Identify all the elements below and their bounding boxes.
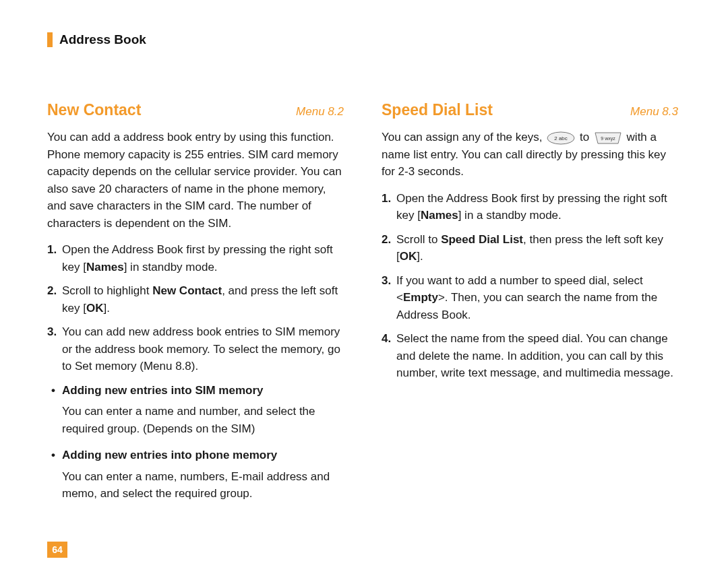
step-item: 3. You can add new address book entries … (47, 323, 344, 375)
step-item: 4. Select the name from the speed dial. … (382, 330, 678, 382)
menu-label: Menu 8.2 (296, 105, 344, 119)
step-text: ] in a standby mode. (458, 209, 562, 222)
steps-list: 1. Open the Address Book first by pressi… (382, 190, 678, 382)
section-header: Address Book (47, 32, 688, 47)
intro-paragraph: You can assign any of the keys, 2 abc to… (382, 129, 678, 181)
sub-bullet: • Adding new entries into phone memory (47, 447, 344, 464)
key-9-icon: 9 wxyz (594, 131, 622, 145)
intro-text: You can assign any of the keys, (382, 131, 545, 143)
sub-heading: Adding new entries into phone memory (62, 449, 277, 461)
step-number: 4. (382, 330, 391, 348)
step-text: ]. (417, 250, 423, 263)
steps-list: 1. Open the Address Book first by pressi… (47, 241, 344, 375)
header-accent-bar (47, 32, 53, 47)
step-number: 1. (382, 190, 391, 207)
intro-paragraph: You can add a address book entry by usin… (47, 129, 344, 232)
step-text: You can add new address book entries to … (62, 325, 340, 373)
step-item: 1. Open the Address Book first by pressi… (382, 190, 678, 224)
step-text: ] in standby mode. (124, 261, 218, 273)
step-number: 1. (47, 241, 57, 259)
bold-term: Speed Dial List (441, 233, 523, 246)
section-title-row: New Contact Menu 8.2 (47, 101, 344, 119)
bold-term: Names (86, 261, 124, 273)
bold-term: OK (86, 302, 104, 315)
bold-term: Names (421, 209, 458, 222)
menu-label: Menu 8.3 (630, 105, 678, 119)
step-text: Select the name from the speed dial. You… (396, 332, 673, 379)
bullet-icon: • (51, 382, 55, 399)
section-title: New Contact (47, 101, 141, 119)
bold-term: New Contact (152, 284, 222, 297)
bold-term: Empty (403, 291, 438, 304)
step-number: 2. (382, 231, 391, 249)
step-number: 2. (47, 282, 57, 300)
page-number: 64 (47, 542, 67, 558)
sub-text: You can enter a name and number, and sel… (47, 403, 344, 437)
step-item: 3. If you want to add a number to speed … (382, 272, 678, 324)
svg-text:9 wxyz: 9 wxyz (601, 136, 615, 141)
sub-heading: Adding new entries into SIM memory (62, 384, 263, 397)
section-title-row: Speed Dial List Menu 8.3 (382, 101, 678, 119)
step-item: 2. Scroll to Speed Dial List, then press… (382, 231, 678, 265)
sub-bullet: • Adding new entries into SIM memory (47, 382, 344, 399)
step-number: 3. (47, 323, 57, 341)
sub-text: You can enter a name, numbers, E-mail ad… (47, 468, 344, 503)
bullet-icon: • (51, 447, 55, 464)
svg-text:2 abc: 2 abc (554, 135, 568, 141)
step-text: ]. (103, 302, 109, 315)
section-title: Speed Dial List (382, 101, 493, 119)
intro-text: to (580, 131, 593, 143)
right-column: Speed Dial List Menu 8.3 You can assign … (382, 101, 678, 512)
bold-term: OK (400, 250, 417, 263)
header-title: Address Book (59, 32, 146, 47)
step-number: 3. (382, 272, 391, 290)
left-column: New Contact Menu 8.2 You can add a addre… (47, 101, 344, 512)
step-text: Scroll to highlight (62, 284, 152, 297)
content-columns: New Contact Menu 8.2 You can add a addre… (47, 101, 688, 512)
step-text: Scroll to (396, 233, 441, 246)
manual-page: Address Book New Contact Menu 8.2 You ca… (0, 0, 728, 582)
step-item: 1. Open the Address Book first by pressi… (47, 241, 344, 276)
key-2-icon: 2 abc (547, 131, 575, 145)
step-item: 2. Scroll to highlight New Contact, and … (47, 282, 344, 317)
